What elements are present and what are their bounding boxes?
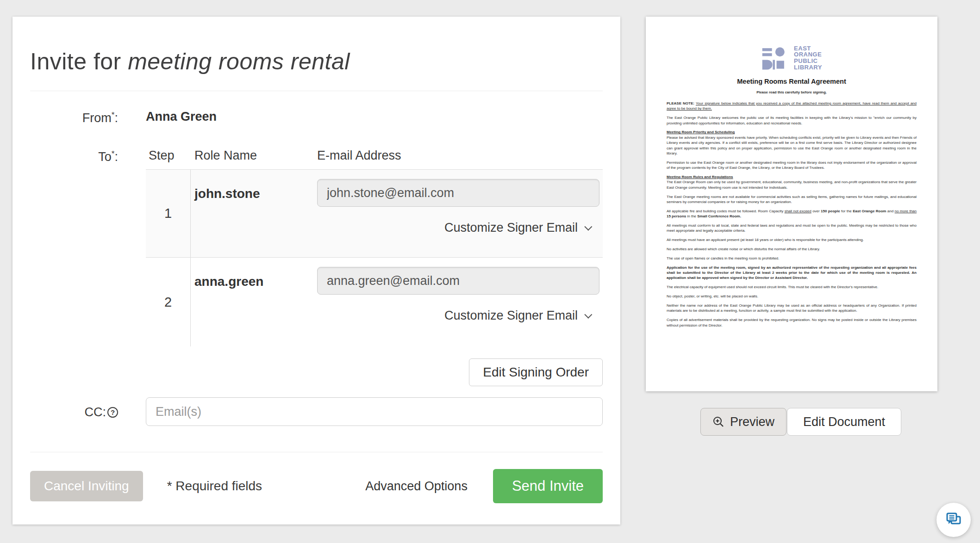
- signer-row-2: 2 anna.green Customize Signer Email: [146, 258, 603, 346]
- document-preview-page: EAST ORANGE PUBLIC LIBRARY Meeting Rooms…: [646, 17, 937, 391]
- signer-1-email-input[interactable]: [317, 179, 599, 207]
- edit-signing-order-button[interactable]: Edit Signing Order: [469, 358, 603, 386]
- chat-icon: [945, 511, 962, 529]
- signers-table-header: Step Role Name E-mail Address: [146, 148, 603, 170]
- cancel-inviting-button[interactable]: Cancel Inviting: [30, 471, 143, 501]
- send-invite-button[interactable]: Send Invite: [493, 469, 603, 503]
- advanced-options-link[interactable]: Advanced Options: [365, 479, 468, 494]
- page-title: Invite for meeting rooms rental: [30, 17, 603, 75]
- invite-form-card: Invite for meeting rooms rental From*: A…: [12, 17, 620, 524]
- signer-2-role-name: anna.green: [191, 258, 317, 346]
- edit-document-button[interactable]: Edit Document: [787, 408, 901, 436]
- preview-button[interactable]: Preview: [700, 408, 786, 436]
- document-body: PLEASE NOTE: Your signature below indica…: [667, 101, 917, 328]
- signer-1-customize-email-link[interactable]: Customize Signer Email: [317, 221, 603, 235]
- library-logo-text: EAST ORANGE PUBLIC LIBRARY: [794, 45, 822, 71]
- cc-help-icon[interactable]: ?: [107, 407, 118, 418]
- cc-emails-input[interactable]: [146, 397, 603, 426]
- column-header-step: Step: [146, 148, 191, 163]
- signer-1-role-name: john.stone: [191, 170, 317, 257]
- chevron-down-icon: [584, 310, 592, 318]
- from-value: Anna Green: [146, 110, 603, 124]
- to-row: To*: Step Role Name E-mail Address 1 joh…: [30, 148, 603, 386]
- signer-row-1: 1 john.stone Customize Signer Email: [146, 170, 603, 258]
- invite-footer: Cancel Inviting * Required fields Advanc…: [30, 469, 603, 503]
- chat-fab-button[interactable]: [936, 503, 971, 537]
- signer-2-customize-email-link[interactable]: Customize Signer Email: [317, 309, 603, 323]
- required-fields-note: * Required fields: [167, 479, 262, 494]
- page-title-document-name: meeting rooms rental: [128, 49, 350, 74]
- to-label: To*:: [30, 148, 118, 164]
- zoom-in-icon: [712, 416, 724, 428]
- cc-row: CC:?: [30, 397, 603, 426]
- library-logo-icon: [761, 44, 788, 71]
- cc-label: CC:?: [30, 404, 118, 420]
- footer-divider: [30, 452, 603, 452]
- from-label: From*:: [30, 110, 118, 125]
- title-divider: [30, 91, 603, 91]
- signer-2-email-input[interactable]: [317, 267, 599, 295]
- signer-1-step: 1: [146, 170, 191, 257]
- column-header-role-name: Role Name: [191, 148, 317, 163]
- chevron-down-icon: [584, 222, 592, 230]
- document-title: Meeting Rooms Rental Agreement: [667, 78, 917, 85]
- document-subtitle: Please read this carefully before signin…: [667, 90, 917, 94]
- signers-table: Step Role Name E-mail Address 1 john.sto…: [146, 148, 603, 346]
- from-row: From*: Anna Green: [30, 110, 603, 125]
- signer-2-step: 2: [146, 258, 191, 346]
- column-header-email-address: E-mail Address: [317, 148, 603, 163]
- library-logo: EAST ORANGE PUBLIC LIBRARY: [667, 44, 917, 71]
